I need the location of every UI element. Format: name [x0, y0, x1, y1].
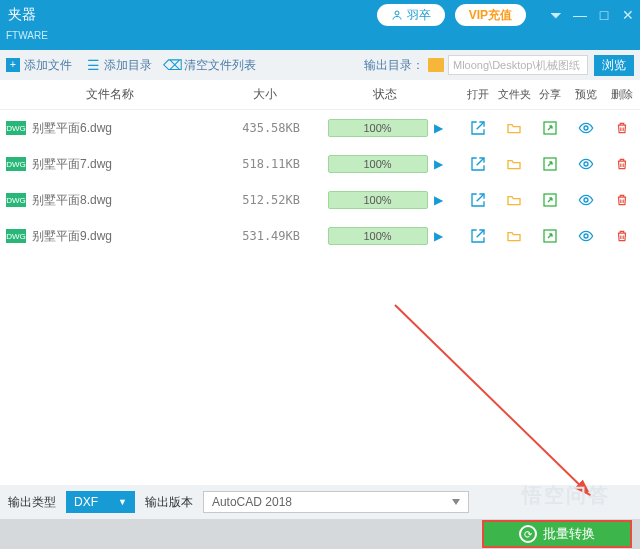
share-button[interactable]	[532, 120, 568, 136]
col-folder: 文件夹	[496, 87, 532, 102]
file-size: 512.52KB	[220, 193, 310, 207]
minimize-icon[interactable]: —	[568, 7, 592, 23]
folder-button[interactable]	[496, 228, 532, 244]
plus-icon: +	[6, 58, 20, 72]
open-button[interactable]	[460, 120, 496, 136]
play-icon[interactable]: ▶	[434, 193, 443, 207]
col-size: 大小	[220, 86, 310, 103]
dropdown-icon[interactable]: ⏷	[544, 7, 568, 23]
open-button[interactable]	[460, 156, 496, 172]
app-title: 夹器	[0, 6, 377, 24]
action-bar: ⟳ 批量转换	[0, 519, 640, 549]
list-icon: ☰	[86, 58, 100, 72]
preview-button[interactable]	[568, 192, 604, 208]
convert-icon: ⟳	[519, 525, 537, 543]
browse-button[interactable]: 浏览	[594, 55, 634, 76]
open-button[interactable]	[460, 192, 496, 208]
clear-icon: ⌫	[166, 58, 180, 72]
share-button[interactable]	[532, 228, 568, 244]
share-button[interactable]	[532, 192, 568, 208]
play-icon[interactable]: ▶	[434, 229, 443, 243]
col-name: 文件名称	[0, 86, 220, 103]
folder-button[interactable]	[496, 156, 532, 172]
share-button[interactable]	[532, 156, 568, 172]
delete-button[interactable]	[604, 192, 640, 208]
progress-bar: 100%	[328, 227, 428, 245]
file-size: 435.58KB	[220, 121, 310, 135]
folder-icon	[428, 58, 444, 72]
table-row: DWG 别墅平面9.dwg 531.49KB 100% ▶	[0, 218, 640, 254]
svg-line-9	[395, 305, 590, 495]
clear-list-button[interactable]: ⌫清空文件列表	[166, 57, 256, 74]
file-size: 531.49KB	[220, 229, 310, 243]
annotation-arrow	[390, 300, 610, 510]
preview-button[interactable]	[568, 156, 604, 172]
play-icon[interactable]: ▶	[434, 157, 443, 171]
output-path-input[interactable]: Mloong\Desktop\机械图纸	[448, 55, 588, 75]
output-dir-label: 输出目录：	[364, 57, 424, 74]
file-list: DWG 别墅平面6.dwg 435.58KB 100% ▶ DWG 别墅平面7.…	[0, 110, 640, 254]
column-headers: 文件名称 大小 状态 打开 文件夹 分享 预览 删除	[0, 80, 640, 110]
add-file-button[interactable]: +添加文件	[6, 57, 72, 74]
chevron-down-icon: ▼	[118, 497, 127, 507]
watermark: 悟空问答	[522, 482, 610, 509]
output-type-select[interactable]: DXF▼	[66, 491, 135, 513]
preview-button[interactable]	[568, 120, 604, 136]
dwg-badge: DWG	[6, 229, 26, 243]
col-delete: 删除	[604, 87, 640, 102]
user-icon	[391, 9, 403, 21]
status-cell: 100% ▶	[310, 191, 460, 209]
add-folder-button[interactable]: ☰添加目录	[86, 57, 152, 74]
table-row: DWG 别墅平面7.dwg 518.11KB 100% ▶	[0, 146, 640, 182]
status-cell: 100% ▶	[310, 227, 460, 245]
toolbar: +添加文件 ☰添加目录 ⌫清空文件列表 输出目录： Mloong\Desktop…	[0, 50, 640, 80]
col-preview: 预览	[568, 87, 604, 102]
col-open: 打开	[460, 87, 496, 102]
user-name: 羽卒	[407, 7, 431, 24]
delete-button[interactable]	[604, 120, 640, 136]
delete-button[interactable]	[604, 156, 640, 172]
svg-point-4	[584, 162, 588, 166]
folder-button[interactable]	[496, 120, 532, 136]
svg-point-0	[395, 11, 399, 15]
table-row: DWG 别墅平面6.dwg 435.58KB 100% ▶	[0, 110, 640, 146]
file-name: 别墅平面8.dwg	[32, 192, 220, 209]
svg-point-8	[584, 234, 588, 238]
delete-button[interactable]	[604, 228, 640, 244]
progress-bar: 100%	[328, 119, 428, 137]
progress-bar: 100%	[328, 191, 428, 209]
dwg-badge: DWG	[6, 121, 26, 135]
maximize-icon[interactable]: □	[592, 7, 616, 23]
output-version-label: 输出版本	[145, 494, 193, 511]
file-size: 518.11KB	[220, 157, 310, 171]
file-name: 别墅平面6.dwg	[32, 120, 220, 137]
chevron-down-icon	[452, 499, 460, 505]
status-cell: 100% ▶	[310, 155, 460, 173]
vip-button[interactable]: VIP充值	[455, 4, 526, 26]
dwg-badge: DWG	[6, 193, 26, 207]
play-icon[interactable]: ▶	[434, 121, 443, 135]
progress-bar: 100%	[328, 155, 428, 173]
file-name: 别墅平面7.dwg	[32, 156, 220, 173]
open-button[interactable]	[460, 228, 496, 244]
convert-button[interactable]: ⟳ 批量转换	[482, 520, 632, 548]
file-name: 别墅平面9.dwg	[32, 228, 220, 245]
output-type-label: 输出类型	[8, 494, 56, 511]
svg-point-2	[584, 126, 588, 130]
preview-button[interactable]	[568, 228, 604, 244]
col-status: 状态	[310, 86, 460, 103]
col-share: 分享	[532, 87, 568, 102]
svg-point-6	[584, 198, 588, 202]
close-icon[interactable]: ✕	[616, 7, 640, 23]
output-version-select[interactable]: AutoCAD 2018	[203, 491, 469, 513]
user-button[interactable]: 羽卒	[377, 4, 445, 26]
sub-title: FTWARE	[0, 30, 640, 50]
window-controls: ⏷ — □ ✕	[544, 7, 640, 23]
dwg-badge: DWG	[6, 157, 26, 171]
table-row: DWG 别墅平面8.dwg 512.52KB 100% ▶	[0, 182, 640, 218]
folder-button[interactable]	[496, 192, 532, 208]
status-cell: 100% ▶	[310, 119, 460, 137]
title-bar: 夹器 羽卒 VIP充值 ⏷ — □ ✕	[0, 0, 640, 30]
